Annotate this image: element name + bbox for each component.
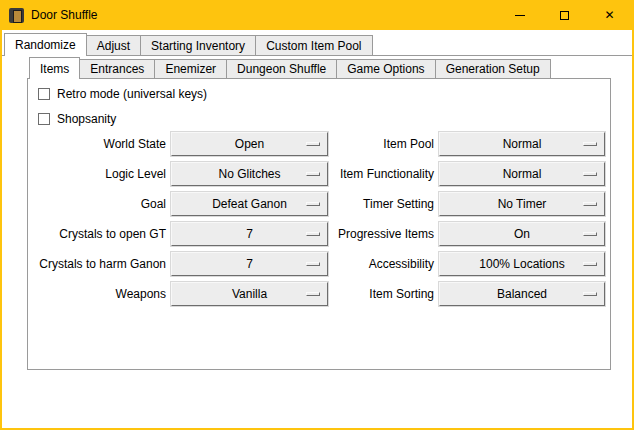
item-pool-label: Item Pool xyxy=(268,132,434,156)
client-area: Randomize Adjust Starting Inventory Cust… xyxy=(2,30,632,428)
dropdown-indicator-icon xyxy=(583,292,597,296)
minimize-button[interactable] xyxy=(497,0,542,30)
tab-items[interactable]: Items xyxy=(29,57,80,79)
crystals-gt-value: 7 xyxy=(246,227,253,241)
item-functionality-label: Item Functionality xyxy=(268,162,434,186)
tab-starting-inventory[interactable]: Starting Inventory xyxy=(140,35,256,55)
retro-mode-label: Retro mode (universal keys) xyxy=(57,87,207,101)
crystals-ganon-value: 7 xyxy=(246,257,253,271)
app-icon xyxy=(9,8,24,23)
tab-generation-setup[interactable]: Generation Setup xyxy=(435,59,551,78)
tab-randomize[interactable]: Randomize xyxy=(4,33,87,56)
timer-setting-dropdown[interactable]: No Timer xyxy=(439,192,605,216)
progressive-items-dropdown[interactable]: On xyxy=(439,222,605,246)
tab-custom-item-pool[interactable]: Custom Item Pool xyxy=(255,35,372,55)
crystals-ganon-label: Crystals to harm Ganon xyxy=(28,252,166,276)
item-functionality-dropdown[interactable]: Normal xyxy=(439,162,605,186)
shopsanity-label: Shopsanity xyxy=(57,112,116,126)
item-pool-value: Normal xyxy=(503,137,542,151)
goal-label: Goal xyxy=(28,192,166,216)
tab-adjust[interactable]: Adjust xyxy=(86,35,141,55)
tab-dungeon-shuffle[interactable]: Dungeon Shuffle xyxy=(226,59,337,78)
weapons-value: Vanilla xyxy=(232,287,267,301)
settings-row: Weapons Vanilla Item Sorting Balanced xyxy=(28,282,610,306)
settings-row: Crystals to harm Ganon 7 Accessibility 1… xyxy=(28,252,610,276)
window-controls: ✕ xyxy=(497,0,632,30)
settings-row: World State Open Item Pool Normal xyxy=(28,132,610,156)
item-pool-dropdown[interactable]: Normal xyxy=(439,132,605,156)
close-button[interactable]: ✕ xyxy=(587,0,632,30)
shopsanity-checkbox[interactable]: Shopsanity xyxy=(38,110,116,128)
tab-game-options[interactable]: Game Options xyxy=(336,59,435,78)
dropdown-indicator-icon xyxy=(583,262,597,266)
dropdown-indicator-icon xyxy=(583,172,597,176)
item-sorting-label: Item Sorting xyxy=(268,282,434,306)
checkbox-icon[interactable] xyxy=(38,88,50,100)
dropdown-indicator-icon xyxy=(583,232,597,236)
app-window: Door Shuffle ✕ Randomize Adjust Starting… xyxy=(0,0,634,430)
crystals-gt-label: Crystals to open GT xyxy=(28,222,166,246)
logic-level-label: Logic Level xyxy=(28,162,166,186)
settings-row: Crystals to open GT 7 Progressive Items … xyxy=(28,222,610,246)
dropdown-indicator-icon xyxy=(583,202,597,206)
retro-mode-checkbox[interactable]: Retro mode (universal keys) xyxy=(38,85,207,103)
title-bar: Door Shuffle ✕ xyxy=(2,0,632,30)
maximize-button[interactable] xyxy=(542,0,587,30)
checkbox-icon[interactable] xyxy=(38,113,50,125)
sub-tab-bar: Items Entrances Enemizer Dungeon Shuffle… xyxy=(29,57,551,79)
item-sorting-dropdown[interactable]: Balanced xyxy=(439,282,605,306)
items-panel: Retro mode (universal keys) Shopsanity W… xyxy=(27,78,611,370)
item-sorting-value: Balanced xyxy=(497,287,547,301)
main-tab-bar: Randomize Adjust Starting Inventory Cust… xyxy=(4,33,373,56)
minimize-icon xyxy=(515,15,525,16)
dropdown-indicator-icon xyxy=(583,142,597,146)
accessibility-dropdown[interactable]: 100% Locations xyxy=(439,252,605,276)
settings-row: Logic Level No Glitches Item Functionali… xyxy=(28,162,610,186)
timer-setting-value: No Timer xyxy=(498,197,547,211)
timer-setting-label: Timer Setting xyxy=(268,192,434,216)
progressive-items-label: Progressive Items xyxy=(268,222,434,246)
accessibility-value: 100% Locations xyxy=(479,257,564,271)
accessibility-label: Accessibility xyxy=(268,252,434,276)
window-title: Door Shuffle xyxy=(31,8,98,22)
item-functionality-value: Normal xyxy=(503,167,542,181)
weapons-label: Weapons xyxy=(28,282,166,306)
tab-enemizer[interactable]: Enemizer xyxy=(154,59,227,78)
world-state-value: Open xyxy=(235,137,264,151)
maximize-icon xyxy=(560,11,569,20)
tab-entrances[interactable]: Entrances xyxy=(79,59,155,78)
progressive-items-value: On xyxy=(514,227,530,241)
close-icon: ✕ xyxy=(604,9,614,21)
settings-row: Goal Defeat Ganon Timer Setting No Timer xyxy=(28,192,610,216)
world-state-label: World State xyxy=(28,132,166,156)
